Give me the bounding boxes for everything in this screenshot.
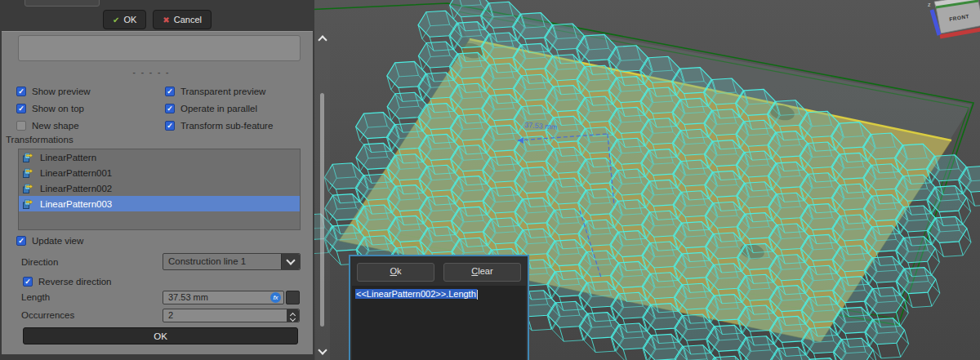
cropped-widget-fragment [24,0,100,7]
spinner-buttons[interactable] [287,309,299,322]
linear-pattern-task-panel: - - - - - ✓ Show preview ✓ Transparent p… [2,31,313,354]
formula-ok-button[interactable]: Ok [357,263,434,282]
scrollbar-thumb[interactable] [320,93,324,327]
text-caret [477,290,478,300]
checkbox-label: Reverse direction [38,277,111,287]
checkbox-show-on-top[interactable]: ✓ Show on top [16,103,84,114]
scrollbar-up-arrow[interactable] [318,35,327,44]
checkbox-new-shape[interactable]: New shape [16,120,79,131]
checkbox-show-preview[interactable]: ✓ Show preview [16,86,91,97]
length-extra-button[interactable] [286,291,300,304]
occurrences-spinbox[interactable]: 2 [163,309,300,322]
check-icon: ✓ [24,278,31,286]
linear-pattern-icon [23,198,33,209]
selected-expression-text: <<LinearPattern002>>.Length [355,289,477,299]
check-icon: ✓ [167,105,173,113]
app-window: 37.53 mmFRONTz ✔ OK ✖ Cancel - - - - - ✓… [0,0,980,360]
scrollbar-down-arrow[interactable] [318,345,327,354]
list-item-linearpattern[interactable]: LinearPattern [19,149,300,165]
scrolled-group-box [18,35,301,61]
length-value: 37.53 mm [163,291,283,304]
checkbox-label: New shape [32,121,79,131]
splitter-handle[interactable]: - - - - - [2,68,301,77]
formula-clear-button[interactable]: Clear [443,263,521,282]
list-item-label: LinearPattern [40,153,96,162]
list-item-label: LinearPattern001 [40,168,112,178]
expression-fx-icon[interactable]: fx [270,292,281,303]
checkbox-label: Transform sub-feature [180,121,273,131]
list-item-linearpattern001[interactable]: LinearPattern001 [19,165,300,180]
list-item-label: LinearPattern003 [40,199,112,209]
checkbox-label: Operate in parallel [180,104,257,113]
formula-button-row: Ok Clear [350,256,528,282]
task-ok-button[interactable]: ✔ OK [103,10,146,29]
combo-dropdown-button[interactable] [281,254,300,269]
check-icon: ✓ [18,105,24,113]
linear-pattern-icon [23,152,33,162]
list-item-linearpattern003-selected[interactable]: LinearPattern003 [19,196,300,211]
panel-ok-button[interactable]: OK [23,327,298,344]
checkbox-label: Update view [32,236,83,246]
check-icon: ✓ [167,122,173,130]
occurrences-value: 2 [163,309,299,322]
check-icon: ✓ [167,88,173,96]
chevron-down-icon [286,256,295,264]
svg-text:z: z [928,2,931,7]
task-cancel-button[interactable]: ✖ Cancel [153,10,212,29]
checkbox-label: Show preview [32,87,91,96]
formula-editor-dialog: Ok Clear <<LinearPattern002>>.Length [349,255,529,360]
checkbox-box[interactable]: ✓ [165,87,175,96]
length-input[interactable]: 37.53 mm fx [163,291,284,304]
checkbox-transform-sub-feature[interactable]: ✓ Transform sub-feature [165,120,273,131]
checkbox-box[interactable]: ✓ [23,277,33,287]
checkbox-update-view[interactable]: ✓ Update view [16,235,83,247]
checkbox-box[interactable]: ✓ [16,87,26,96]
transformations-section-label: Transformations [6,135,74,144]
direction-label: Direction [21,257,58,267]
checkbox-box[interactable]: ✓ [16,236,26,246]
length-label: Length [21,292,50,302]
task-ok-label: OK [123,15,136,24]
occurrences-label: Occurrences [21,310,74,320]
list-item-linearpattern002[interactable]: LinearPattern002 [19,180,300,196]
checkbox-transparent-preview[interactable]: ✓ Transparent preview [165,86,265,97]
checkbox-operate-in-parallel[interactable]: ✓ Operate in parallel [165,103,257,114]
navigation-cube[interactable]: FRONTz [928,0,980,37]
checkbox-label: Transparent preview [180,87,265,96]
cancel-x-icon: ✖ [163,16,169,24]
panel-scrollbar[interactable] [315,31,330,360]
linear-pattern-icon [23,167,33,178]
list-item-label: LinearPattern002 [40,184,112,193]
task-header: ✔ OK ✖ Cancel [0,0,314,31]
task-cancel-label: Cancel [174,15,202,24]
checkbox-box[interactable] [16,121,26,131]
checkbox-label: Show on top [32,104,84,113]
direction-combobox[interactable]: Construction line 1 [163,253,301,270]
direction-value: Construction line 1 [163,254,300,269]
ok-check-icon: ✔ [113,16,119,24]
check-icon: ✓ [18,238,24,245]
checkbox-reverse-direction[interactable]: ✓ Reverse direction [23,276,111,287]
transformations-list[interactable]: LinearPattern LinearPattern001 LinearPat… [18,149,301,230]
checkbox-box[interactable]: ✓ [165,104,175,113]
formula-expression-field[interactable]: <<LinearPattern002>>.Length [352,286,526,360]
linear-pattern-icon [23,183,33,193]
checkbox-box[interactable]: ✓ [165,121,175,131]
checkbox-box[interactable]: ✓ [16,104,26,113]
check-icon: ✓ [18,88,24,96]
